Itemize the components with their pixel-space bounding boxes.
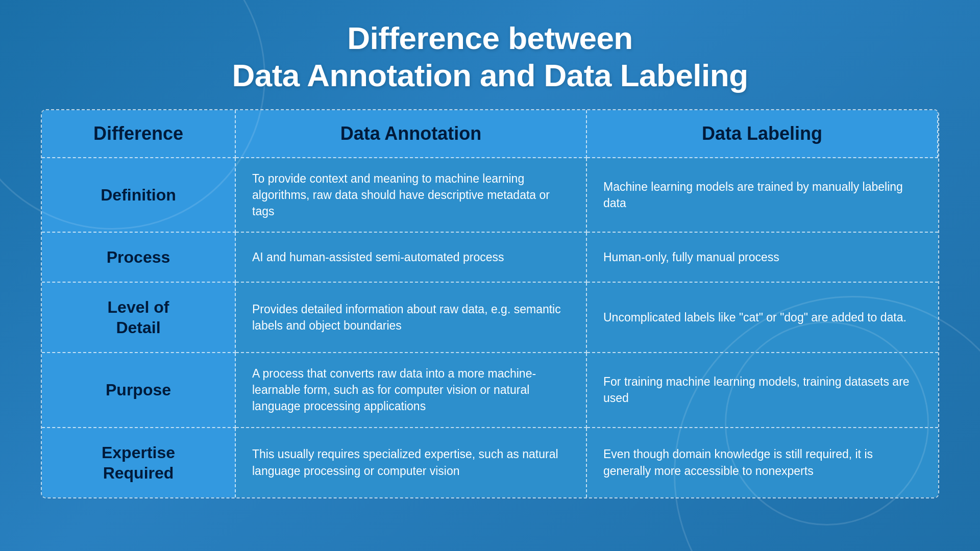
header-annotation: Data Annotation <box>236 110 587 158</box>
label-purpose: Purpose <box>42 353 236 428</box>
labeling-purpose: For training machine learning models, tr… <box>587 353 938 428</box>
annotation-expertise: This usually requires specialized expert… <box>236 428 587 497</box>
label-definition: Definition <box>42 158 236 233</box>
header-labeling: Data Labeling <box>587 110 938 158</box>
table-grid: Difference Data Annotation Data Labeling… <box>42 110 938 497</box>
labeling-expertise: Even though domain knowledge is still re… <box>587 428 938 497</box>
label-process: Process <box>42 233 236 283</box>
label-level-of-detail: Level of Detail <box>42 283 236 353</box>
labeling-definition: Machine learning models are trained by m… <box>587 158 938 233</box>
header-difference: Difference <box>42 110 236 158</box>
annotation-purpose: A process that converts raw data into a … <box>236 353 587 428</box>
annotation-level-of-detail: Provides detailed information about raw … <box>236 283 587 353</box>
page-title: Difference between Data Annotation and D… <box>0 19 980 94</box>
labeling-level-of-detail: Uncomplicated labels like "cat" or "dog"… <box>587 283 938 353</box>
annotation-definition: To provide context and meaning to machin… <box>236 158 587 233</box>
label-expertise: Expertise Required <box>42 428 236 497</box>
annotation-process: AI and human-assisted semi-automated pro… <box>236 233 587 283</box>
comparison-table: Difference Data Annotation Data Labeling… <box>41 109 939 498</box>
page-header: Difference between Data Annotation and D… <box>0 0 980 109</box>
labeling-process: Human-only, fully manual process <box>587 233 938 283</box>
